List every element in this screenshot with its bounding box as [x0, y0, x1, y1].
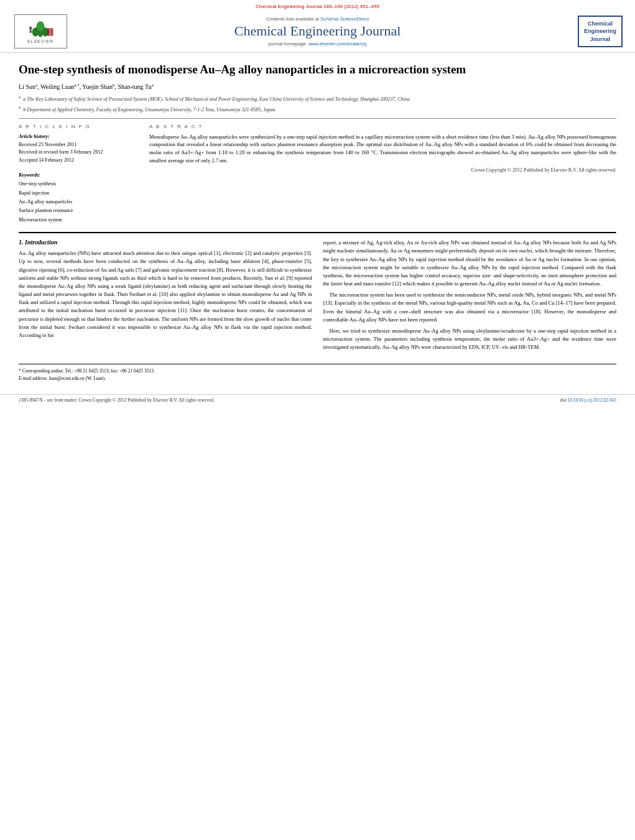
author-sup-a2: a,* — [74, 83, 79, 88]
journal-homepage: journal homepage: www.elsevier.com/locat… — [68, 41, 567, 47]
header-content: ELSEVIER Contents lists available at Sci… — [12, 12, 623, 52]
intro-para-1: Au–Ag alloy nanoparticles (NPs) have att… — [19, 249, 312, 339]
article-info-abstract: A R T I C L E I N F O Article history: R… — [19, 124, 616, 225]
page-container: Chemical Engineering Journal 189–190 (20… — [0, 0, 635, 840]
footnote-email: E-mail address: luan@ecust.edu.cn (W. Lu… — [19, 375, 616, 382]
affil-label-b: b — [19, 105, 21, 109]
author-sup-a3: a — [152, 83, 154, 88]
author-sup-b: b — [113, 83, 115, 88]
elsevier-label: ELSEVIER — [27, 39, 53, 44]
divider-line-1 — [19, 118, 616, 119]
article-content: One-step synthesis of monodisperse Au–Ag… — [0, 53, 635, 391]
intro-para-4: Here, we tried to synthesize monodispers… — [323, 327, 617, 352]
affiliation-b: b b Department of Applied Chemistry, Fac… — [19, 104, 616, 113]
affiliation-a: a a The Key Laboratory of Safety Science… — [19, 94, 616, 103]
history-label: Article history: — [19, 133, 137, 141]
journal-logo-text: ChemicalEngineeringJournal — [584, 20, 616, 44]
copyright-line: Crown Copyright © 2012 Published by Else… — [149, 167, 616, 173]
elsevier-logo: ELSEVIER — [12, 14, 68, 48]
article-info-header: A R T I C L E I N F O — [19, 124, 137, 129]
received-date: Received 25 November 2011 — [19, 141, 137, 149]
footnote-star: * Corresponding author. Tel.: +86 21 642… — [19, 367, 616, 374]
accepted-date: Accepted 14 February 2012 — [19, 157, 137, 165]
intro-para-2: report, a mixture of Ag, Ag-rich alloy, … — [323, 239, 617, 288]
body-text-left: Au–Ag alloy nanoparticles (NPs) have att… — [19, 249, 312, 339]
footnote-area: * Corresponding author. Tel.: +86 21 642… — [19, 364, 616, 382]
keyword-4: Surface plasmon resonance — [19, 206, 137, 215]
authors-line: Li Suna, Weiling Luana,*, Yuejin Shanb, … — [19, 83, 616, 90]
article-history: Article history: Received 25 November 20… — [19, 133, 137, 165]
elsevier-logo-box: ELSEVIER — [14, 14, 67, 48]
main-journal-title: Chemical Engineering Journal — [68, 23, 567, 39]
doi-link[interactable]: 10.1016/j.cej.2012.02.043 — [567, 397, 616, 403]
abstract-header: A B S T R A C T — [149, 124, 616, 129]
journal-title-center: Contents lists available at SciVerse Sci… — [68, 16, 567, 47]
affil-label-a: a — [19, 95, 21, 99]
svg-point-7 — [29, 27, 32, 30]
body-two-col: 1. Introduction Au–Ag alloy nanoparticle… — [19, 239, 616, 354]
body-col-right: report, a mixture of Ag, Ag-rich alloy, … — [323, 239, 617, 354]
article-title: One-step synthesis of monodisperse Au–Ag… — [19, 62, 616, 78]
body-divider — [19, 232, 616, 234]
elsevier-tree-icon — [25, 19, 56, 38]
svg-point-4 — [37, 21, 45, 31]
footer-issn: 1385-8947/$ – see front matter. Crown Co… — [19, 397, 215, 403]
body-col-left: 1. Introduction Au–Ag alloy nanoparticle… — [19, 239, 312, 354]
journal-header: Chemical Engineering Journal 189–190 (20… — [0, 0, 635, 53]
keyword-5: Microreaction system — [19, 216, 137, 224]
intro-para-3: The microreaction system has been used t… — [323, 291, 617, 324]
body-text-right: report, a mixture of Ag, Ag-rich alloy, … — [323, 239, 617, 351]
keyword-2: Rapid injection — [19, 189, 137, 198]
footer-bar: 1385-8947/$ – see front matter. Crown Co… — [0, 394, 635, 405]
received-revised-date: Received in revised form 3 February 2012 — [19, 149, 137, 157]
footer-doi: doi:10.1016/j.cej.2012.02.043 — [560, 397, 616, 403]
keywords-label: Keywords: — [19, 171, 137, 180]
journal-logo-box: ChemicalEngineeringJournal — [578, 16, 623, 48]
sciverse-link[interactable]: SciVerse ScienceDirect — [320, 16, 369, 22]
col-article-info: A R T I C L E I N F O Article history: R… — [19, 124, 137, 225]
sciverse-line: Contents lists available at SciVerse Sci… — [68, 16, 567, 22]
abstract-text: Monodisperse Au–Ag alloy nanoparticles w… — [149, 133, 616, 165]
col-abstract: A B S T R A C T Monodisperse Au–Ag alloy… — [149, 124, 616, 225]
keyword-3: Au–Ag alloy nanoparticles — [19, 198, 137, 206]
journal-top-bar: Chemical Engineering Journal 189–190 (20… — [12, 4, 623, 9]
keywords-block: Keywords: One-step synthesis Rapid injec… — [19, 171, 137, 224]
journal-citation: Chemical Engineering Journal 189–190 (20… — [256, 4, 379, 9]
svg-rect-8 — [30, 30, 32, 34]
journal-logo-right: ChemicalEngineeringJournal — [567, 16, 623, 48]
author-sup-a: a — [35, 83, 37, 88]
section-1-title: 1. Introduction — [19, 239, 312, 246]
keyword-1: One-step synthesis — [19, 180, 137, 188]
homepage-link[interactable]: www.elsevier.com/locate/cej — [308, 41, 366, 47]
